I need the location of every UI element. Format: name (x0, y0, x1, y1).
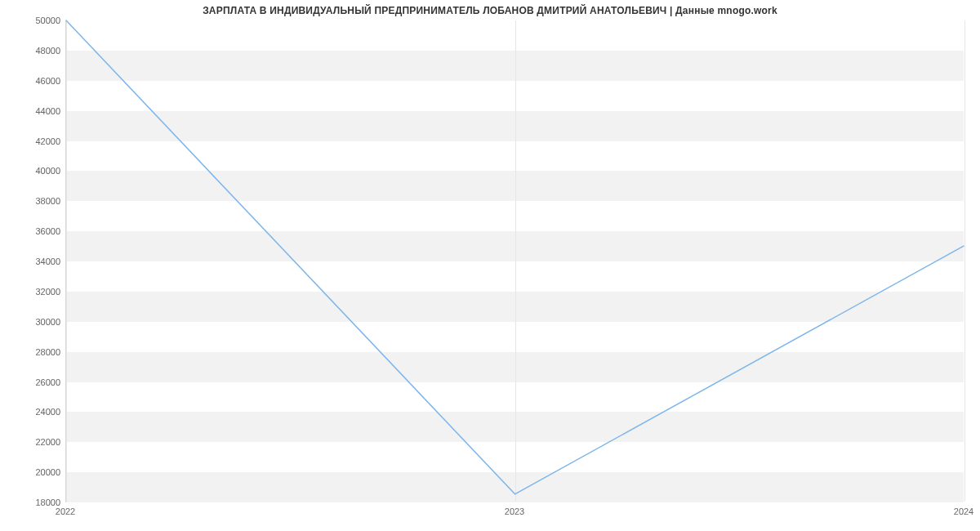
plot-area (65, 20, 964, 502)
y-tick-label: 44000 (11, 106, 60, 116)
y-tick-label: 26000 (11, 377, 60, 387)
y-tick-label: 48000 (11, 46, 60, 56)
y-tick-label: 38000 (11, 196, 60, 206)
gridline-x (964, 20, 965, 502)
x-tick-label: 2024 (954, 506, 973, 516)
y-tick-label: 50000 (11, 16, 60, 25)
y-tick-label: 18000 (11, 498, 60, 507)
series-line (66, 20, 964, 494)
line-layer (66, 20, 964, 502)
chart-title: ЗАРПЛАТА В ИНДИВИДУАЛЬНЫЙ ПРЕДПРИНИМАТЕЛ… (0, 5, 980, 16)
y-tick-label: 42000 (11, 136, 60, 146)
y-tick-label: 28000 (11, 347, 60, 357)
x-tick-label: 2022 (56, 506, 75, 516)
y-tick-label: 32000 (11, 287, 60, 297)
y-tick-label: 20000 (11, 467, 60, 477)
y-tick-label: 22000 (11, 437, 60, 447)
y-tick-label: 34000 (11, 257, 60, 266)
y-tick-label: 36000 (11, 226, 60, 236)
y-tick-label: 24000 (11, 407, 60, 417)
y-tick-label: 40000 (11, 166, 60, 176)
chart-container: ЗАРПЛАТА В ИНДИВИДУАЛЬНЫЙ ПРЕДПРИНИМАТЕЛ… (0, 0, 980, 531)
y-tick-label: 46000 (11, 76, 60, 86)
x-tick-label: 2023 (505, 506, 524, 516)
y-tick-label: 30000 (11, 317, 60, 327)
